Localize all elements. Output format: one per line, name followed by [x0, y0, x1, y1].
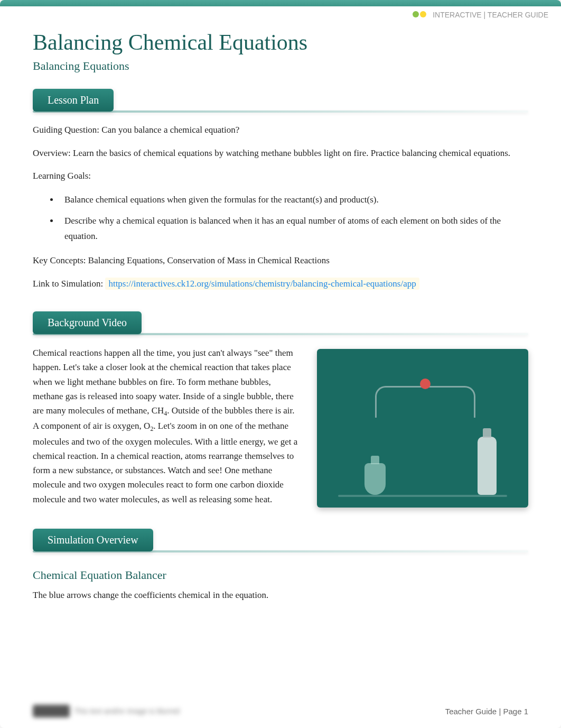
- simulation-link[interactable]: https://interactives.ck12.org/simulation…: [105, 278, 419, 290]
- simulation-link-row: Link to Simulation: https://interactives…: [33, 277, 528, 291]
- apparatus-illustration: [317, 349, 528, 508]
- platform-icon: [338, 495, 507, 497]
- background-text: Chemical reactions happen all the time, …: [33, 346, 301, 506]
- goal-item: Describe why a chemical equation is bala…: [59, 214, 528, 244]
- simulation-overview-heading: Simulation Overview: [33, 529, 153, 551]
- simulation-text: The blue arrows change the coefficients …: [33, 588, 528, 602]
- bottle-icon: [478, 437, 497, 495]
- background-video-heading: Background Video: [33, 311, 142, 334]
- footer-logo-icon: [33, 705, 70, 717]
- page-subtitle: Balancing Equations: [33, 59, 528, 73]
- brand-text: INTERACTIVE | TEACHER GUIDE: [433, 11, 548, 19]
- page-footer: This text and/or image is blurred Teache…: [33, 705, 528, 717]
- flask-icon: [364, 463, 386, 495]
- key-concepts: Key Concepts: Balancing Equations, Conse…: [33, 254, 528, 268]
- overview-text: Learn the basics of chemical equations b…: [73, 148, 510, 158]
- bg-text-part3: . Let's zoom in on one of the methane mo…: [33, 421, 297, 504]
- lesson-plan-section: Lesson Plan Guiding Question: Can you ba…: [33, 89, 528, 290]
- goals-list: Balance chemical equations when given th…: [59, 192, 528, 245]
- page-title: Balancing Chemical Equations: [33, 30, 528, 55]
- footer-blur-text: This text and/or image is blurred: [74, 707, 180, 715]
- background-row: Chemical reactions happen all the time, …: [33, 346, 528, 508]
- document-page: INTERACTIVE | TEACHER GUIDE Balancing Ch…: [0, 0, 561, 728]
- lesson-plan-heading: Lesson Plan: [33, 89, 114, 112]
- brand-header: INTERACTIVE | TEACHER GUIDE: [0, 6, 561, 19]
- goal-item: Balance chemical equations when given th…: [59, 192, 528, 208]
- concepts-label: Key Concepts:: [33, 255, 88, 265]
- concepts-text: Balancing Equations, Conservation of Mas…: [88, 255, 330, 265]
- background-video-section: Background Video Chemical reactions happ…: [33, 311, 528, 508]
- footer-page-label: Teacher Guide | Page 1: [445, 707, 528, 716]
- guiding-text: Can you balance a chemical equation?: [101, 125, 239, 135]
- tube-icon: [375, 386, 475, 418]
- guiding-label: Guiding Question:: [33, 125, 101, 135]
- link-label: Link to Simulation:: [33, 279, 105, 289]
- top-accent-bar: [0, 0, 561, 6]
- overview-label: Overview:: [33, 148, 73, 158]
- content-area: Balancing Chemical Equations Balancing E…: [0, 19, 561, 654]
- footer-left-blurred: This text and/or image is blurred: [33, 705, 180, 717]
- guiding-question: Guiding Question: Can you balance a chem…: [33, 123, 528, 137]
- overview: Overview: Learn the basics of chemical e…: [33, 146, 528, 160]
- simulation-overview-section: Simulation Overview Chemical Equation Ba…: [33, 529, 528, 602]
- subsection-title: Chemical Equation Balancer: [33, 568, 528, 582]
- brand-logo-icon: [413, 11, 427, 19]
- goals-label: Learning Goals:: [33, 169, 528, 183]
